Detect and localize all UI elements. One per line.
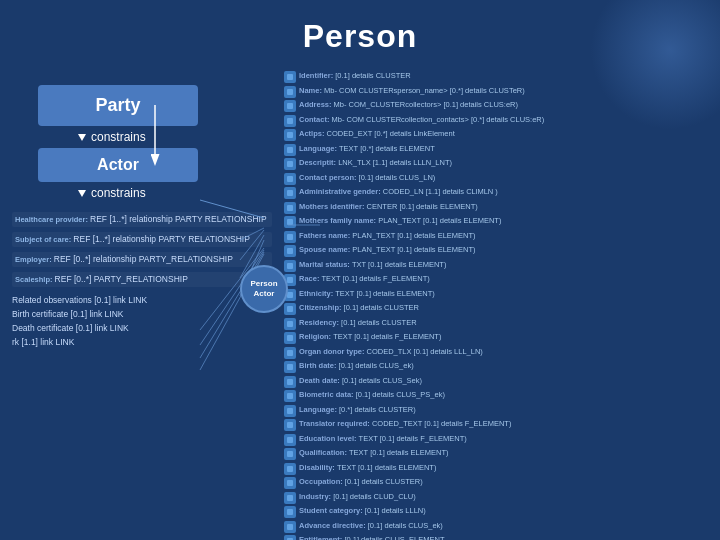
right-list-item: Disability: TEXT [0.1] details ELEMENT) — [284, 463, 716, 475]
svg-rect-29 — [287, 321, 293, 327]
list-item-text: Ethnicity: TEXT [0.1] details ELEMENT) — [299, 289, 716, 299]
list-icon — [284, 332, 296, 344]
list-item-text: Language: TEXT [0.*] details ELEMENT — [299, 144, 716, 154]
right-list-item: Advance directive: [0.1] details CLUS_ek… — [284, 521, 716, 533]
right-list-item: Religion: TEXT [0.1] details F_ELEMENT) — [284, 332, 716, 344]
svg-rect-14 — [287, 103, 293, 109]
list-icon — [284, 245, 296, 257]
list-icon — [284, 144, 296, 156]
svg-rect-40 — [287, 480, 293, 486]
left-list-item: Healthcare provider: REF [1..*] relation… — [12, 212, 272, 227]
list-icon — [284, 187, 296, 199]
list-item-text: Religion: TEXT [0.1] details F_ELEMENT) — [299, 332, 716, 342]
list-item-text: Occupation: [0.1] details CLUSTER) — [299, 477, 716, 487]
list-icon — [284, 390, 296, 402]
list-icon — [284, 448, 296, 460]
constrains-arrow-icon-2 — [78, 190, 86, 197]
right-list-item: Mothers identifier: CENTER [0.1] details… — [284, 202, 716, 214]
list-icon — [284, 86, 296, 98]
svg-rect-23 — [287, 234, 293, 240]
svg-rect-30 — [287, 335, 293, 341]
list-item-text: Spouse name: PLAN_TEXT [0.1] details ELE… — [299, 245, 716, 255]
svg-rect-12 — [287, 74, 293, 80]
right-list-item: Industry: [0.1] details CLUD_CLU) — [284, 492, 716, 504]
right-list-item: Fathers name: PLAN_TEXT [0.1] details EL… — [284, 231, 716, 243]
right-list-item: Education level: TEXT [0.1] details F_EL… — [284, 434, 716, 446]
right-list-item: Address: Mb- COM_CLUSTERcollectors> [0.1… — [284, 100, 716, 112]
right-list-item: Residency: [0.1] details CLUSTER — [284, 318, 716, 330]
list-icon — [284, 71, 296, 83]
left-list-item: Subject of care: REF [1..*] relationship… — [12, 232, 272, 247]
list-icon — [284, 535, 296, 540]
right-list-item: Mothers family name: PLAN_TEXT [0.1] det… — [284, 216, 716, 228]
list-item-text: Language: [0.*] details CLUSTER) — [299, 405, 716, 415]
list-item-text: Administrative gender: CODED_LN [1.1] de… — [299, 187, 716, 197]
svg-rect-38 — [287, 451, 293, 457]
right-list-item: Translator required: CODED_TEXT [0.1] de… — [284, 419, 716, 431]
svg-rect-36 — [287, 422, 293, 428]
list-icon — [284, 347, 296, 359]
list-item-text: Industry: [0.1] details CLUD_CLU) — [299, 492, 716, 502]
list-item-text: Advance directive: [0.1] details CLUS_ek… — [299, 521, 716, 531]
list-icon — [284, 434, 296, 446]
right-list-item: Marital status: TXT [0.1] details ELEMEN… — [284, 260, 716, 272]
list-item-text: Race: TEXT [0.1] details F_ELEMENT) — [299, 274, 716, 284]
svg-rect-31 — [287, 350, 293, 356]
list-icon — [284, 521, 296, 533]
svg-rect-41 — [287, 495, 293, 501]
list-item-text: Translator required: CODED_TEXT [0.1] de… — [299, 419, 716, 429]
right-list-item: Descriptit: LNK_TLX [1.1] details LLLN_L… — [284, 158, 716, 170]
list-item-text: Name: Mb- COM CLUSTERsperson_name> [0.*]… — [299, 86, 716, 96]
list-item-text: Mothers identifier: CENTER [0.1] details… — [299, 202, 716, 212]
list-item-text: Death date: [0.1] details CLUS_Sek) — [299, 376, 716, 386]
list-item-text: Qualification: TEXT [0.1] details ELEMEN… — [299, 448, 716, 458]
list-item-text: Organ donor type: CODED_TLX [0.1] detail… — [299, 347, 716, 357]
center-circle: Person Actor — [240, 265, 288, 313]
right-list-item: Actlps: CODED_EXT [0.*] details LlnkElem… — [284, 129, 716, 141]
right-list-item: Qualification: TEXT [0.1] details ELEMEN… — [284, 448, 716, 460]
list-item-text: Entitlement: [0.1] details CLUS_ELEMENT — [299, 535, 716, 540]
right-list-item: Occupation: [0.1] details CLUSTER) — [284, 477, 716, 489]
left-panel: Party constrains Actor constrains Health… — [0, 65, 280, 540]
svg-rect-13 — [287, 89, 293, 95]
list-icon — [284, 477, 296, 489]
actor-box[interactable]: Actor — [38, 148, 198, 182]
list-item-text: Actlps: CODED_EXT [0.*] details LlnkElem… — [299, 129, 716, 139]
list-icon — [284, 463, 296, 475]
list-item-text: Mothers family name: PLAN_TEXT [0.1] det… — [299, 216, 716, 226]
bottom-list-item: Related observations [0.1] link LINK — [12, 295, 272, 305]
right-list-item: Identifier: [0.1] details CLUSTER — [284, 71, 716, 83]
list-icon — [284, 318, 296, 330]
list-icon — [284, 419, 296, 431]
right-list-item: Administrative gender: CODED_LN [1.1] de… — [284, 187, 716, 199]
svg-rect-37 — [287, 437, 293, 443]
right-list-item: Organ donor type: CODED_TLX [0.1] detail… — [284, 347, 716, 359]
list-item-text: Disability: TEXT [0.1] details ELEMENT) — [299, 463, 716, 473]
party-box[interactable]: Party — [38, 85, 198, 126]
right-list-item: Ethnicity: TEXT [0.1] details ELEMENT) — [284, 289, 716, 301]
svg-rect-16 — [287, 132, 293, 138]
list-icon — [284, 216, 296, 228]
list-item-text: Marital status: TXT [0.1] details ELEMEN… — [299, 260, 716, 270]
right-list-item: Race: TEXT [0.1] details F_ELEMENT) — [284, 274, 716, 286]
svg-rect-32 — [287, 364, 293, 370]
svg-rect-19 — [287, 176, 293, 182]
svg-rect-22 — [287, 219, 293, 225]
right-list-item: Biometric data: [0.1] details CLUS_PS_ek… — [284, 390, 716, 402]
list-item-text: Identifier: [0.1] details CLUSTER — [299, 71, 716, 81]
list-icon — [284, 231, 296, 243]
constrains-label-2: constrains — [78, 186, 272, 200]
right-list-item: Birth date: [0.1] details CLUS_ek) — [284, 361, 716, 373]
right-list-item: Language: [0.*] details CLUSTER) — [284, 405, 716, 417]
list-icon — [284, 361, 296, 373]
svg-rect-35 — [287, 408, 293, 414]
list-icon — [284, 376, 296, 388]
list-item-text: Education level: TEXT [0.1] details F_EL… — [299, 434, 716, 444]
bottom-list-item: rk [1.1] link LINK — [12, 337, 272, 347]
bottom-left-list: Related observations [0.1] link LINKBirt… — [12, 295, 272, 347]
list-icon — [284, 129, 296, 141]
list-icon — [284, 202, 296, 214]
right-list-item: Language: TEXT [0.*] details ELEMENT — [284, 144, 716, 156]
list-item-text: Address: Mb- COM_CLUSTERcollectors> [0.1… — [299, 100, 716, 110]
list-icon — [284, 173, 296, 185]
